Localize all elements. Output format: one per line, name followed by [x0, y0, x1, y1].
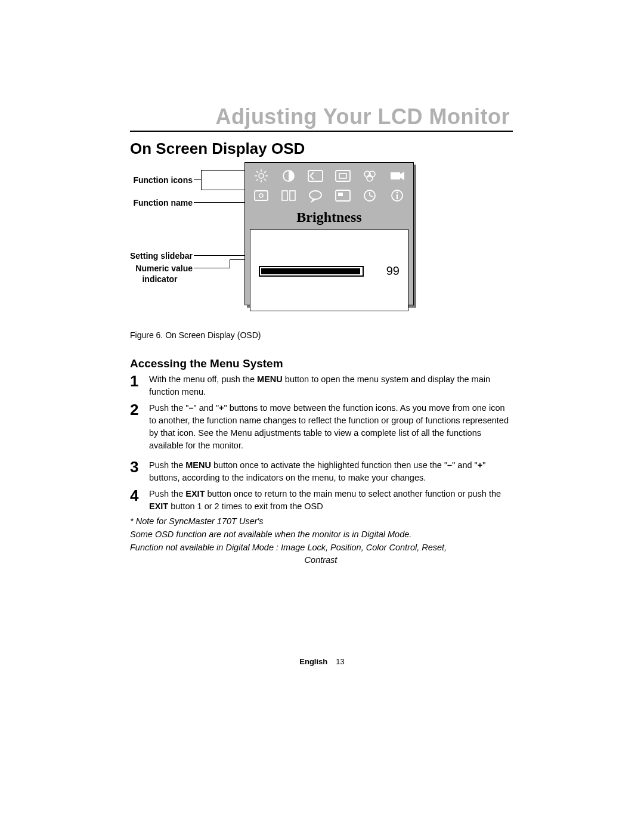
- step-text: Push the MENU button once to activate th…: [149, 458, 512, 484]
- source-icon: [387, 168, 407, 184]
- svg-point-21: [309, 191, 321, 199]
- chapter-title: Adjusting Your LCD Monitor: [0, 104, 510, 129]
- step-text: Push the "–" and "+" buttons to move bet…: [149, 401, 512, 452]
- color-control-icon: [360, 168, 380, 184]
- osd-body: 99: [250, 229, 408, 311]
- svg-rect-12: [339, 174, 346, 178]
- note-line: Contrast: [130, 554, 512, 567]
- callout-numeric-value-2: indicator: [127, 274, 193, 284]
- contrast-icon: [278, 168, 299, 184]
- step-number: 2: [130, 401, 149, 452]
- note-line: Function not available in Digital Mode :…: [130, 541, 512, 555]
- svg-point-0: [259, 174, 264, 178]
- footer-language: English: [299, 657, 327, 666]
- info-icon: [387, 187, 407, 204]
- note-line: * Note for SyncMaster 170T User's: [130, 515, 512, 528]
- osd-illustration: Function icons Function name Setting sli…: [130, 162, 512, 323]
- svg-rect-20: [290, 191, 295, 200]
- svg-line-26: [370, 196, 373, 197]
- svg-rect-23: [338, 193, 343, 196]
- svg-line-6: [264, 179, 266, 181]
- svg-rect-17: [255, 191, 268, 200]
- osd-icon-grid: [245, 163, 413, 208]
- svg-rect-19: [282, 191, 287, 200]
- figure-caption: Figure 6. On Screen Display (OSD): [130, 330, 261, 340]
- step-text: With the menu off, push the MENU button …: [149, 372, 512, 398]
- brightness-icon: [251, 168, 271, 184]
- position-icon: [333, 168, 353, 184]
- svg-line-5: [256, 171, 258, 173]
- osd-function-name: Brightness: [245, 208, 413, 229]
- osd-numeric-value: 99: [364, 264, 400, 278]
- step-item: 1 With the menu off, push the MENU butto…: [130, 372, 512, 398]
- svg-line-7: [256, 179, 258, 181]
- zoom-icon: [251, 187, 271, 204]
- callout-function-icons: Function icons: [127, 175, 193, 185]
- callout-numeric-value-1: Numeric value: [127, 264, 193, 274]
- step-number: 1: [130, 372, 149, 398]
- step-item: 3 Push the MENU button once to activate …: [130, 458, 512, 484]
- section-title: On Screen Display OSD: [130, 140, 305, 158]
- step-number: 4: [130, 487, 149, 513]
- subsection-title: Accessing the Menu System: [130, 357, 283, 370]
- callout-setting-slidebar: Setting slidebar: [115, 251, 193, 261]
- page-footer: English13: [0, 657, 644, 666]
- footer-page-number: 13: [336, 657, 344, 666]
- osd-slidebar: [259, 266, 364, 277]
- clock-icon: [360, 187, 380, 204]
- svg-point-18: [259, 194, 263, 197]
- callout-function-name: Function name: [127, 198, 193, 208]
- step-list: 1 With the menu off, push the MENU butto…: [130, 372, 512, 515]
- svg-rect-29: [397, 194, 398, 199]
- notes-block: * Note for SyncMaster 170T User's Some O…: [130, 515, 512, 567]
- step-item: 4 Push the EXIT button once to return to…: [130, 487, 512, 513]
- note-line: Some OSD function are not available when…: [130, 528, 512, 541]
- step-number: 3: [130, 458, 149, 484]
- osd-panel: Brightness 99: [244, 162, 414, 305]
- horizontal-icon: [278, 187, 299, 204]
- svg-point-28: [397, 192, 398, 194]
- svg-rect-16: [391, 172, 400, 179]
- svg-line-8: [264, 171, 266, 173]
- step-text: Push the EXIT button once to return to t…: [149, 487, 512, 513]
- language-icon: [305, 187, 326, 204]
- svg-rect-11: [336, 171, 350, 181]
- step-item: 2 Push the "–" and "+" buttons to move b…: [130, 401, 512, 452]
- menu-position-icon: [333, 187, 353, 204]
- image-lock-icon: [305, 168, 326, 184]
